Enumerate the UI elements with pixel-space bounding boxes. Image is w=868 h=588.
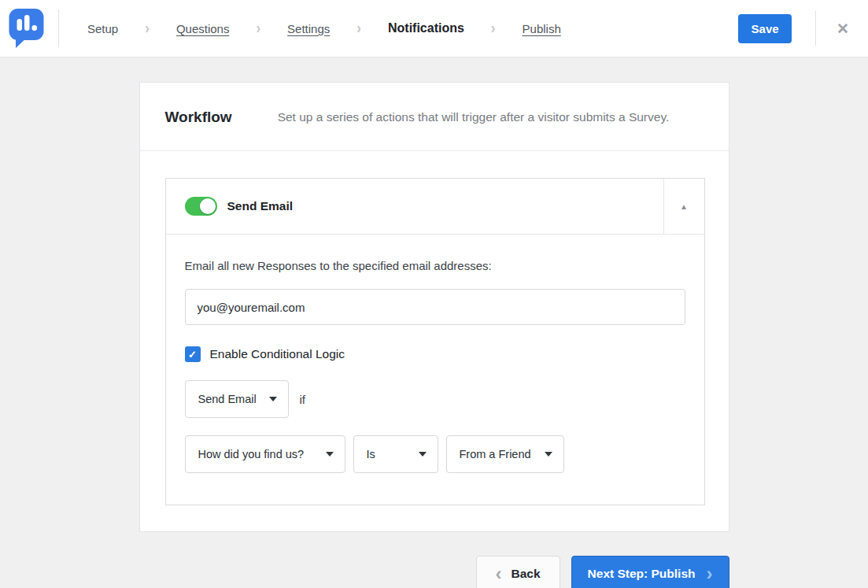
condition-field-value: How did you find us? — [198, 448, 305, 460]
chevron-right-icon: › — [256, 20, 260, 38]
condition-operator-select[interactable]: Is — [353, 435, 438, 473]
top-bar: Setup › Questions › Settings › Notificat… — [0, 0, 868, 57]
breadcrumb-settings[interactable]: Settings — [287, 22, 330, 35]
send-email-panel: Send Email ▲ Email all new Responses to … — [165, 178, 705, 505]
caret-down-icon — [326, 452, 334, 457]
breadcrumb: Setup › Questions › Settings › Notificat… — [87, 20, 561, 36]
toggle-knob — [200, 198, 216, 214]
condition-field-select[interactable]: How did you find us? — [185, 435, 345, 473]
condition-value-value: From a Friend — [460, 448, 531, 460]
breadcrumb-setup[interactable]: Setup — [87, 22, 118, 35]
workflow-card-body: Send Email ▲ Email all new Responses to … — [140, 151, 729, 531]
topbar-divider — [815, 11, 816, 46]
workflow-card-header: Workflow Set up a series of actions that… — [140, 83, 729, 151]
page-description: Set up a series of actions that will tri… — [278, 110, 670, 124]
send-email-label: Send Email — [227, 199, 294, 213]
conditional-logic-label: Enable Conditional Logic — [210, 347, 345, 361]
back-button-label: Back — [512, 567, 541, 581]
caret-down-icon — [419, 452, 427, 457]
collapse-button[interactable]: ▲ — [663, 179, 704, 234]
conditional-logic-checkbox[interactable]: ✓ — [185, 346, 201, 362]
check-icon: ✓ — [188, 349, 197, 360]
send-email-toggle[interactable] — [185, 197, 217, 216]
topbar-divider — [58, 9, 59, 47]
breadcrumb-questions[interactable]: Questions — [176, 22, 230, 35]
action-select-value: Send Email — [198, 393, 257, 405]
save-button[interactable]: Save — [738, 14, 792, 43]
condition-operator-value: Is — [367, 448, 375, 460]
send-email-panel-body: Email all new Responses to the specified… — [166, 235, 704, 505]
back-button[interactable]: ‹ Back — [476, 556, 560, 588]
triangle-up-icon: ▲ — [680, 202, 688, 211]
action-select[interactable]: Send Email — [185, 380, 289, 418]
enable-conditional-logic-row[interactable]: ✓ Enable Conditional Logic — [185, 346, 685, 362]
caret-down-icon — [269, 397, 277, 401]
next-step-publish-button[interactable]: Next Step: Publish › — [571, 556, 729, 588]
condition-row: How did you find us? Is From a Friend — [185, 435, 685, 473]
if-label: if — [300, 393, 306, 406]
breadcrumb-publish[interactable]: Publish — [523, 22, 561, 35]
condition-value-select[interactable]: From a Friend — [446, 435, 564, 473]
chevron-right-icon: › — [356, 20, 361, 38]
conditional-action-row: Send Email if — [185, 380, 685, 418]
bar-chart-speech-bubble-logo — [9, 8, 44, 49]
workflow-card: Workflow Set up a series of actions that… — [139, 82, 729, 532]
close-icon[interactable]: ✕ — [837, 21, 849, 36]
chevron-right-icon: › — [145, 20, 150, 38]
footer-actions: ‹ Back Next Step: Publish › — [139, 556, 729, 588]
caret-down-icon — [545, 452, 552, 457]
breadcrumb-notifications[interactable]: Notifications — [388, 21, 464, 35]
chevron-right-icon: › — [491, 20, 496, 38]
next-button-label: Next Step: Publish — [588, 567, 696, 581]
send-email-panel-header-left: Send Email — [166, 179, 663, 234]
email-addresses-input[interactable] — [185, 289, 685, 325]
send-email-panel-header: Send Email ▲ — [166, 179, 704, 235]
email-field-label: Email all new Responses to the specified… — [185, 259, 685, 272]
page-title: Workflow — [165, 109, 232, 126]
